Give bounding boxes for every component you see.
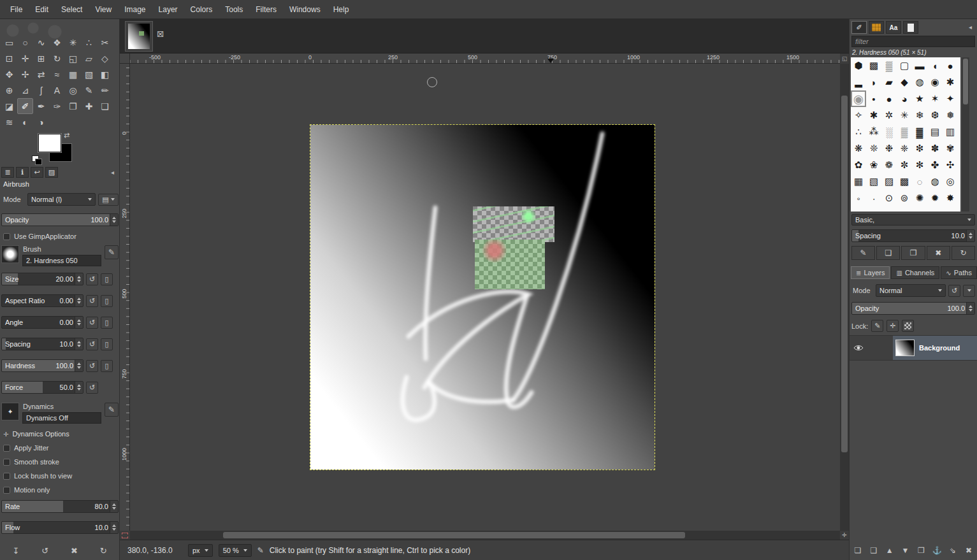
edit-brush-button[interactable]: ✎	[105, 245, 119, 259]
fonts-tab[interactable]: Aa	[886, 21, 901, 34]
brush-cell[interactable]: ✧	[851, 107, 866, 124]
brush-cell[interactable]: ░	[881, 124, 897, 140]
delete-tool-preset-button[interactable]: ✖	[66, 543, 82, 557]
brush-cell[interactable]: ◍	[912, 74, 927, 90]
brush-cell[interactable]: ▒	[897, 124, 912, 140]
select-by-color-tool[interactable]: ∴	[81, 34, 97, 50]
layer-visibility-toggle[interactable]	[850, 336, 867, 360]
brush-cell[interactable]: ❄	[912, 107, 927, 124]
tool-options-tab[interactable]: ≣	[1, 167, 14, 178]
images-tab[interactable]: ▨	[45, 167, 58, 178]
new-brush-button[interactable]: ❏	[876, 246, 900, 260]
menu-item[interactable]: View	[89, 0, 118, 19]
parameter-slider[interactable]: Hardness 100.0	[1, 359, 83, 372]
brush-cell[interactable]: ✣	[943, 157, 958, 173]
menu-item[interactable]: Image	[118, 0, 152, 19]
dodge-burn-tool[interactable]: ◐	[17, 114, 33, 130]
restore-tool-preset-button[interactable]: ↺	[37, 543, 54, 557]
unit-select[interactable]: px	[188, 544, 213, 557]
undo-history-tab[interactable]: ↩	[31, 167, 43, 178]
brush-cell[interactable]: ◉	[927, 74, 943, 90]
new-layer-group-button[interactable]: ❑	[867, 543, 881, 557]
reset-parameter-button[interactable]: ↺	[86, 382, 98, 394]
eraser-tool[interactable]: ◪	[1, 98, 17, 114]
horizontal-scrollbar-thumb[interactable]	[223, 532, 685, 538]
brush-cell[interactable]: ✹	[927, 190, 943, 206]
gradient-tool[interactable]: ▧	[81, 66, 97, 82]
cage-transform-tool[interactable]: ▦	[65, 66, 81, 82]
scissors-select-tool[interactable]: ✂	[97, 34, 113, 50]
parameter-slider[interactable]: Angle 0.00	[1, 316, 83, 329]
anchor-layer-button[interactable]: ⚓	[930, 543, 944, 557]
brush-cell[interactable]: ✺	[912, 190, 927, 206]
clone-tool[interactable]: ❐	[65, 98, 81, 114]
paintbrush-tool[interactable]: ✏	[97, 82, 113, 98]
brush-cell[interactable]: ✦	[943, 90, 958, 107]
reset-parameter-button[interactable]: ↺	[86, 317, 98, 329]
slider-spinner[interactable]	[75, 338, 83, 350]
brush-cell[interactable]: ⊚	[897, 190, 912, 206]
dynamics-name-field[interactable]: Dynamics Off	[22, 412, 101, 424]
lock-position-button[interactable]: ✛	[887, 320, 899, 332]
horizontal-scrollbar[interactable]	[130, 531, 840, 540]
ink-tool[interactable]: ✒	[33, 98, 49, 114]
smudge-tool[interactable]: ≋	[1, 114, 17, 130]
alignment-tool[interactable]: ⊞	[33, 50, 49, 66]
menu-item[interactable]: Edit	[29, 0, 55, 19]
layer-opacity-spinner[interactable]	[966, 303, 974, 314]
canvas-image[interactable]	[310, 125, 655, 470]
option-checkbox-row[interactable]: Lock brush to view	[3, 472, 117, 480]
option-checkbox-row[interactable]: Motion only	[3, 486, 117, 494]
duplicate-layer-button[interactable]: ❐	[914, 543, 928, 557]
brush-cell[interactable]: ✿	[851, 157, 866, 173]
flip-tool[interactable]: ⇄	[33, 66, 49, 82]
brush-cell[interactable]: ▦	[851, 173, 866, 190]
perspective-clone-tool[interactable]: ❏	[97, 98, 113, 114]
brush-cell[interactable]: ✤	[927, 157, 943, 173]
paths-tool[interactable]: ʃ	[33, 82, 49, 98]
brush-cell[interactable]: ▧	[866, 173, 881, 190]
dynamics-thumbnail[interactable]: ✦	[1, 403, 19, 420]
brush-cell[interactable]: ✶	[927, 90, 943, 107]
brush-cell[interactable]: ❁	[881, 157, 897, 173]
opacity-spinner[interactable]	[110, 214, 118, 226]
brush-cell[interactable]: ▬	[912, 57, 927, 74]
brush-cell[interactable]: ❈	[897, 140, 912, 157]
brush-cell[interactable]: ❇	[912, 140, 927, 157]
slider-spinner[interactable]	[75, 317, 83, 328]
parameter-slider[interactable]: Spacing 10.0	[1, 338, 83, 350]
menu-item[interactable]: Select	[55, 0, 89, 19]
layer-mode-select[interactable]: Normal	[876, 284, 946, 297]
brush-cell[interactable]: ◎	[943, 173, 958, 190]
brush-cell[interactable]: ✼	[897, 157, 912, 173]
duplicate-brush-button[interactable]: ❐	[901, 246, 925, 260]
airbrush-tool[interactable]: ✐	[17, 98, 33, 114]
layer-link-cell[interactable]	[867, 336, 893, 360]
brush-cell[interactable]: ⁂	[866, 124, 881, 140]
menu-item[interactable]: Windows	[283, 0, 327, 19]
flow-spinner[interactable]	[110, 522, 118, 533]
zoom-select[interactable]: 50 %	[219, 544, 252, 557]
brush-cell[interactable]: ▥	[943, 124, 958, 140]
brush-cell[interactable]: ❋	[851, 140, 866, 157]
dock-menu-button[interactable]: ◂	[108, 167, 117, 178]
link-to-brush-button[interactable]: ▯	[101, 273, 113, 285]
merge-down-button[interactable]: ⇘	[946, 543, 960, 557]
brush-cell[interactable]: ✱	[943, 74, 958, 90]
brush-cell[interactable]: ✻	[912, 157, 927, 173]
brush-cell[interactable]: ▩	[897, 173, 912, 190]
quick-mask-toggle-button[interactable]	[120, 531, 130, 540]
slider-spinner[interactable]	[75, 273, 83, 285]
brush-tag-select[interactable]: Basic,	[851, 214, 975, 226]
dock-tab[interactable]: ▥ Channels	[891, 266, 939, 279]
fuzzy-select-tool[interactable]: ✳	[65, 34, 81, 50]
color-tool[interactable]: ◑	[33, 114, 49, 130]
slider-spinner[interactable]	[75, 382, 83, 393]
refresh-brushes-button[interactable]: ↻	[952, 246, 975, 260]
parameter-slider[interactable]: Force 50.0	[1, 381, 83, 394]
link-to-brush-button[interactable]: ▯	[101, 338, 113, 350]
ellipse-select-tool[interactable]: ○	[17, 34, 33, 50]
pencil-tool[interactable]: ✎	[81, 82, 97, 98]
menu-item[interactable]: File	[4, 0, 29, 19]
foreground-select-tool[interactable]: ❖	[49, 34, 65, 50]
